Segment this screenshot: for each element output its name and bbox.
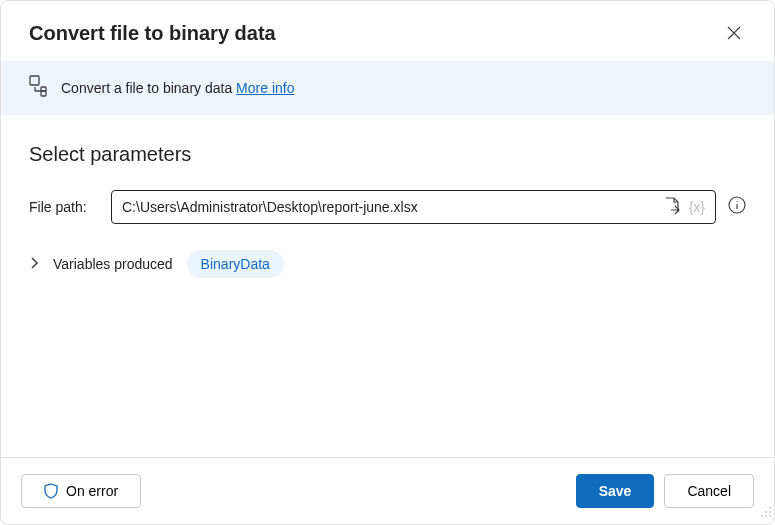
variable-insert-icon[interactable]: {x}: [689, 199, 705, 215]
info-banner: Convert a file to binary data More info: [1, 61, 774, 115]
svg-point-4: [769, 507, 771, 509]
close-button[interactable]: [722, 21, 746, 45]
close-icon: [727, 26, 741, 40]
binary-file-icon: [29, 75, 47, 101]
svg-point-9: [769, 515, 771, 517]
info-text: Convert a file to binary data More info: [61, 80, 294, 96]
svg-point-5: [765, 511, 767, 513]
svg-point-7: [761, 515, 763, 517]
svg-rect-0: [30, 76, 39, 85]
resize-grip-icon[interactable]: [760, 504, 772, 522]
cancel-button[interactable]: Cancel: [664, 474, 754, 508]
chevron-right-icon[interactable]: [29, 255, 39, 273]
variables-produced-label: Variables produced: [53, 256, 173, 272]
section-title: Select parameters: [29, 143, 746, 166]
svg-point-8: [765, 515, 767, 517]
shield-icon: [44, 483, 58, 499]
file-path-label: File path:: [29, 199, 99, 215]
file-path-field[interactable]: {x}: [111, 190, 716, 224]
on-error-button[interactable]: On error: [21, 474, 141, 508]
dialog-title: Convert file to binary data: [29, 22, 276, 45]
save-button[interactable]: Save: [576, 474, 655, 508]
more-info-link[interactable]: More info: [236, 80, 294, 96]
info-icon[interactable]: [728, 196, 746, 218]
variable-badge[interactable]: BinaryData: [187, 250, 284, 278]
file-path-input[interactable]: [122, 199, 657, 215]
file-picker-icon[interactable]: [663, 197, 681, 217]
svg-point-6: [769, 511, 771, 513]
on-error-label: On error: [66, 483, 118, 499]
svg-point-3: [736, 201, 737, 202]
